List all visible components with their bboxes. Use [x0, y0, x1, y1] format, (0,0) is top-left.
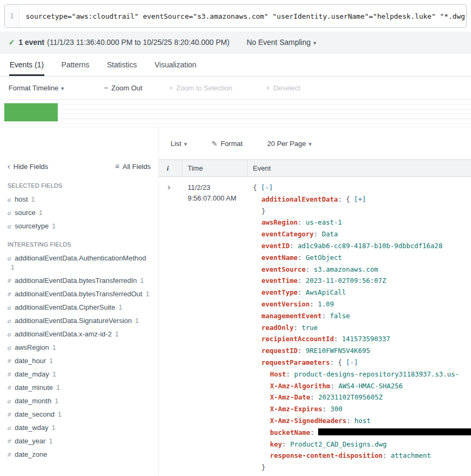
json-key: response-content-disposition: [270, 451, 383, 459]
field-item[interactable]: #date_hour1: [7, 356, 151, 365]
field-item[interactable]: adate_wday1: [7, 423, 151, 432]
tab-patterns[interactable]: Patterns: [61, 53, 90, 76]
json-key: X-Amz-Algorithm: [270, 382, 330, 390]
json-key: X-Amz-SignedHeaders: [270, 417, 346, 425]
field-item[interactable]: #date_second1: [7, 410, 151, 419]
per-page-dropdown[interactable]: 20 Per Page: [267, 140, 312, 148]
json-value[interactable]: true: [302, 324, 318, 332]
zoom-to-selection-button[interactable]: Zoom to Selection: [169, 84, 232, 92]
field-item[interactable]: #date_minute1: [7, 383, 151, 392]
field-name-link[interactable]: date_mday: [15, 370, 49, 378]
field-item[interactable]: aadditionalEventData.SignatureVersion1: [7, 316, 151, 325]
field-name-link[interactable]: sourcetype: [15, 222, 49, 230]
format-button[interactable]: Format: [212, 140, 243, 148]
json-line: X-Amz-SignedHeaders: host: [253, 415, 471, 427]
hide-fields-button[interactable]: Hide Fields: [7, 162, 48, 171]
json-key: Host: [270, 370, 286, 378]
field-count: 1: [58, 410, 61, 418]
field-item[interactable]: aadditionalEventData.AuthenticationMetho…: [7, 254, 151, 272]
field-type-prefix: a: [7, 330, 11, 338]
list-type-dropdown[interactable]: List: [171, 140, 187, 148]
field-name-link[interactable]: source: [15, 209, 36, 217]
tab-events[interactable]: Events (1): [9, 53, 44, 76]
tab-visualization[interactable]: Visualization: [154, 53, 197, 76]
field-name-link[interactable]: date_wday: [15, 424, 49, 432]
per-page-label: 20 Per Page: [267, 140, 306, 148]
field-item[interactable]: aawsRegion1: [7, 343, 151, 352]
field-name-link[interactable]: additionalEventData.AuthenticationMethod: [15, 254, 146, 262]
zoom-out-button[interactable]: Zoom Out: [104, 84, 142, 92]
json-key: X-Amz-Expires: [270, 405, 322, 413]
field-item[interactable]: #date_mday1: [7, 370, 151, 379]
json-key: key: [270, 440, 282, 448]
column-header-time: Time: [182, 160, 248, 176]
search-input[interactable]: sourcetype="aws:cloudtrail" eventSource=…: [19, 5, 466, 27]
column-header-event: Event: [248, 160, 471, 176]
time-range-text: (11/1/23 11:36:40.000 PM to 10/25/25 8:2…: [47, 38, 229, 47]
json-value[interactable]: 9RE10FWFN5V4K695: [306, 347, 370, 355]
field-name-link[interactable]: additionalEventData.SignatureVersion: [15, 317, 132, 325]
json-value[interactable]: 300: [330, 405, 343, 413]
json-value[interactable]: AWS4-HMAC-SHA256: [338, 382, 403, 390]
timeline-bar[interactable]: [4, 103, 58, 121]
all-fields-button[interactable]: All Fields: [115, 162, 151, 171]
field-item[interactable]: #additionalEventData.bytesTransferredOut…: [7, 289, 151, 298]
events-panel: List Format 20 Per Page i Time Event 11/…: [158, 127, 471, 475]
json-punct: }: [261, 207, 266, 215]
json-toggle-link[interactable]: [-]: [346, 358, 358, 366]
json-value[interactable]: attachment: [391, 451, 431, 459]
field-name-link[interactable]: date_hour: [15, 357, 47, 365]
field-item[interactable]: #date_zone: [7, 450, 151, 459]
json-value[interactable]: AwsApiCall: [306, 288, 346, 296]
field-item[interactable]: ahost1: [7, 195, 151, 204]
field-item[interactable]: adate_month1: [7, 396, 151, 405]
field-name-link[interactable]: date_second: [15, 410, 55, 418]
json-value[interactable]: product-designs-repository31183937.s3.us…: [294, 370, 459, 378]
field-item[interactable]: aadditionalEventData.CipherSuite1: [7, 303, 151, 312]
expand-event-chevron-icon[interactable]: [167, 182, 171, 192]
json-value[interactable]: us-east-1: [306, 218, 342, 226]
json-value[interactable]: 141573590337: [342, 335, 390, 343]
field-name-link[interactable]: date_year: [15, 437, 46, 445]
field-item[interactable]: asource1: [7, 208, 151, 217]
event-sampling-dropdown[interactable]: No Event Sampling: [246, 38, 316, 47]
field-name-link[interactable]: date_zone: [15, 450, 48, 458]
json-value[interactable]: false: [330, 312, 350, 320]
format-timeline-label: Format Timeline: [9, 84, 58, 92]
json-value[interactable]: 20231102T095605Z: [318, 393, 382, 401]
caret-down-icon: [58, 84, 64, 92]
json-value[interactable]: Product2_CAD_Designs.dwg: [290, 440, 387, 448]
json-value[interactable]: s3.amazonaws.com: [314, 265, 378, 273]
json-toggle-link[interactable]: [-]: [261, 183, 273, 191]
json-value[interactable]: GetObject: [306, 254, 342, 262]
field-type-prefix: #: [7, 383, 11, 391]
field-item[interactable]: #date_year1: [7, 436, 151, 446]
field-count: 1: [145, 290, 149, 298]
field-name-link[interactable]: additionalEventData.x-amz-id-2: [15, 330, 112, 338]
json-value[interactable]: 1.09: [318, 300, 334, 308]
field-item[interactable]: aadditionalEventData.x-amz-id-21: [7, 329, 151, 339]
json-value[interactable]: ad1c9ab6-cc89-4187-b10b-9dbbcdf16a28: [298, 242, 443, 250]
field-item[interactable]: asourcetype1: [7, 221, 151, 231]
json-line: { [-]: [253, 182, 471, 194]
json-line: }: [253, 462, 471, 473]
json-value[interactable]: 2023-11-02T09:56:07Z: [306, 277, 387, 285]
field-name-link[interactable]: additionalEventData.CipherSuite: [15, 303, 115, 311]
field-name-link[interactable]: date_month: [15, 397, 52, 405]
json-punct: :: [298, 288, 306, 296]
tab-statistics[interactable]: Statistics: [106, 53, 137, 76]
field-name-link[interactable]: date_minute: [15, 383, 53, 391]
interesting-fields-list: aadditionalEventData.AuthenticationMetho…: [7, 254, 151, 459]
json-punct: }: [261, 463, 266, 471]
json-value[interactable]: Data: [322, 230, 338, 238]
field-item[interactable]: #additionalEventData.bytesTransferredIn1: [7, 276, 151, 285]
json-line: key: Product2_CAD_Designs.dwg: [253, 439, 471, 450]
field-name-link[interactable]: awsRegion: [15, 343, 49, 351]
json-value[interactable]: host: [354, 417, 370, 425]
field-name-link[interactable]: additionalEventData.bytesTransferredOut: [15, 290, 143, 298]
deselect-button[interactable]: Deselect: [266, 84, 300, 92]
format-timeline-dropdown[interactable]: Format Timeline: [9, 84, 64, 92]
field-name-link[interactable]: additionalEventData.bytesTransferredIn: [15, 277, 137, 285]
field-name-link[interactable]: host: [15, 195, 28, 203]
json-toggle-link[interactable]: [+]: [354, 195, 366, 203]
